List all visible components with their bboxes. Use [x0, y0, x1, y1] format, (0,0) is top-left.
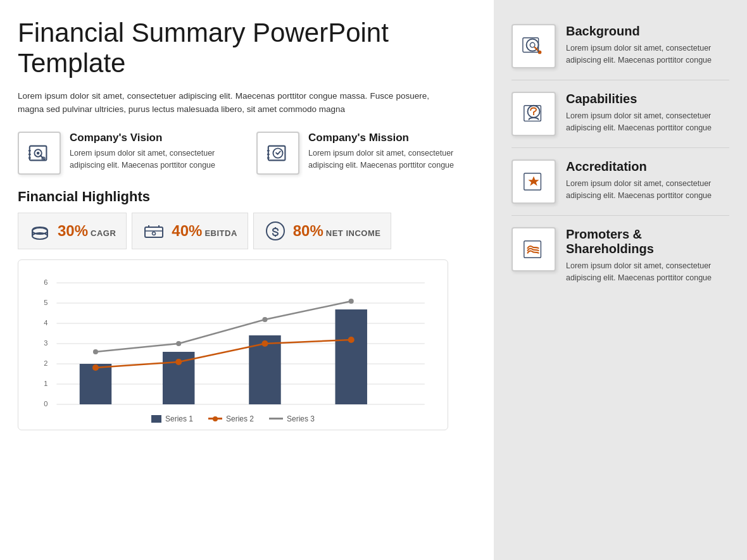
- capabilities-content: Capabilities Lorem ipsum dolor sit amet,…: [566, 92, 729, 135]
- chart-container: 0 1 2 3 4 5 6: [18, 259, 448, 430]
- cagr-icon: [28, 220, 51, 242]
- accreditation-text: Lorem ipsum dolor sit amet, consectetuer…: [566, 178, 729, 202]
- vision-text: Lorem ipsum dolor sit amet, consectetuer…: [70, 147, 237, 172]
- svg-point-44: [92, 364, 99, 371]
- netincome-label: NET INCOME: [326, 228, 381, 238]
- left-panel: Financial Summary PowerPoint Template Lo…: [0, 0, 494, 560]
- mission-content: Company's Mission Lorem ipsum dolor sit …: [308, 132, 476, 172]
- svg-text:5: 5: [44, 299, 47, 306]
- legend-series2-color: [208, 418, 222, 420]
- legend-series2-label: Series 2: [226, 414, 254, 423]
- mission-card: Company's Mission Lorem ipsum dolor sit …: [256, 132, 476, 175]
- promoters-content: Promoters & Shareholdings Lorem ipsum do…: [566, 227, 729, 285]
- svg-point-2: [37, 151, 40, 154]
- highlights-row: 30% CAGR 40% EBITDA: [18, 213, 476, 249]
- svg-text:2019: 2019: [88, 408, 104, 409]
- svg-point-51: [349, 299, 354, 304]
- svg-text:2: 2: [44, 359, 47, 367]
- svg-text:3: 3: [44, 339, 47, 347]
- svg-text:2021: 2021: [257, 408, 273, 409]
- chart-area: 0 1 2 3 4 5 6: [28, 270, 437, 409]
- capabilities-title: Capabilities: [566, 92, 729, 106]
- cagr-stat: 30% CAGR: [58, 222, 116, 240]
- svg-marker-61: [528, 176, 539, 185]
- ebitda-icon: [142, 220, 165, 242]
- right-section-accreditation: Accreditation Lorem ipsum dolor sit amet…: [512, 148, 729, 216]
- right-section-capabilities: Capabilities Lorem ipsum dolor sit amet,…: [512, 80, 729, 148]
- svg-point-17: [153, 232, 156, 235]
- financial-highlights-title: Financial Highlights: [18, 189, 476, 205]
- accreditation-icon: [512, 159, 556, 204]
- vision-title: Company's Vision: [70, 132, 237, 144]
- intro-text: Lorem ipsum dolor sit amet, consectetuer…: [18, 89, 429, 116]
- promoters-title: Promoters & Shareholdings: [566, 227, 729, 256]
- capabilities-icon: [512, 92, 556, 136]
- netincome-icon: [264, 220, 287, 242]
- promoters-text: Lorem ipsum dolor sit amet, consectetuer…: [566, 260, 729, 285]
- right-panel: Background Lorem ipsum dolor sit amet, c…: [494, 0, 747, 560]
- right-section-promoters: Promoters & Shareholdings Lorem ipsum do…: [512, 216, 729, 296]
- vision-mission-row: Company's Vision Lorem ipsum dolor sit a…: [18, 132, 476, 175]
- vision-icon: [18, 132, 61, 175]
- legend-series1: Series 1: [151, 414, 193, 423]
- svg-point-58: [533, 114, 534, 115]
- right-section-background: Background Lorem ipsum dolor sit amet, c…: [512, 13, 729, 80]
- background-text: Lorem ipsum dolor sit amet, consectetuer…: [566, 42, 729, 67]
- promoters-icon: [512, 227, 556, 271]
- highlight-cagr: 30% CAGR: [18, 213, 127, 249]
- legend-series3-color: [269, 418, 283, 420]
- capabilities-text: Lorem ipsum dolor sit amet, consectetuer…: [566, 110, 729, 135]
- legend-series3: Series 3: [269, 414, 315, 423]
- netincome-stat: 80% NET INCOME: [293, 222, 381, 240]
- svg-point-53: [530, 42, 535, 47]
- svg-text:6: 6: [44, 278, 47, 286]
- svg-point-50: [262, 317, 267, 322]
- chart-svg: 0 1 2 3 4 5 6: [28, 270, 437, 409]
- netincome-percent: 80%: [293, 222, 323, 240]
- ebitda-percent: 40%: [172, 222, 202, 240]
- svg-text:2020: 2020: [171, 408, 187, 409]
- legend-series1-color: [151, 415, 161, 423]
- highlight-netincome: 80% NET INCOME: [253, 213, 392, 249]
- legend-series1-label: Series 1: [165, 414, 193, 423]
- svg-text:0: 0: [44, 400, 47, 408]
- accreditation-content: Accreditation Lorem ipsum dolor sit amet…: [566, 159, 729, 202]
- background-title: Background: [566, 24, 729, 39]
- svg-text:2022: 2022: [343, 408, 359, 409]
- main-title: Financial Summary PowerPoint Template: [18, 18, 476, 79]
- cagr-label: CAGR: [91, 228, 116, 238]
- background-content: Background Lorem ipsum dolor sit amet, c…: [566, 24, 729, 67]
- svg-point-49: [176, 341, 181, 346]
- ebitda-label: EBITDA: [204, 228, 237, 238]
- cagr-percent: 30%: [58, 222, 88, 240]
- svg-point-48: [93, 349, 98, 354]
- svg-rect-39: [336, 309, 367, 404]
- svg-point-45: [175, 359, 182, 365]
- svg-point-46: [261, 340, 268, 347]
- svg-point-47: [348, 337, 355, 343]
- mission-text: Lorem ipsum dolor sit amet, consectetuer…: [308, 147, 476, 172]
- mission-icon: [256, 132, 299, 175]
- accreditation-title: Accreditation: [566, 159, 729, 174]
- chart-legend: Series 1 Series 2 Series 3: [28, 414, 437, 423]
- mission-title: Company's Mission: [308, 132, 476, 144]
- legend-series2: Series 2: [208, 414, 254, 423]
- legend-series3-label: Series 3: [287, 414, 315, 423]
- highlight-ebitda: 40% EBITDA: [132, 213, 248, 249]
- background-icon: [512, 24, 556, 68]
- svg-text:1: 1: [44, 380, 47, 387]
- svg-text:4: 4: [44, 319, 47, 327]
- vision-content: Company's Vision Lorem ipsum dolor sit a…: [70, 132, 237, 172]
- ebitda-stat: 40% EBITDA: [172, 222, 237, 240]
- vision-card: Company's Vision Lorem ipsum dolor sit a…: [18, 132, 237, 175]
